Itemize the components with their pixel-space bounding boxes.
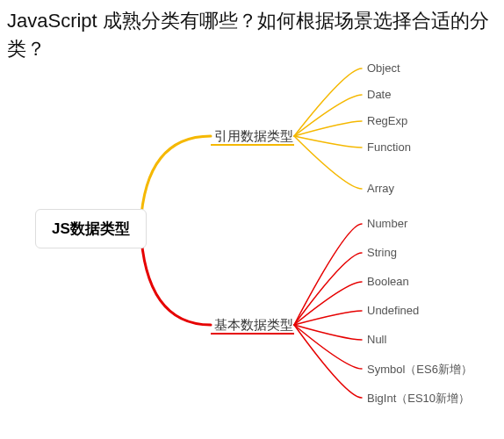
leaf-string: String xyxy=(367,246,397,259)
leaf-function: Function xyxy=(367,140,411,154)
leaf-boolean: Boolean xyxy=(367,275,409,288)
mindmap-diagram: JS数据类型 引用数据类型 基本数据类型 Object Date RegExp … xyxy=(0,53,504,439)
root-node: JS数据类型 xyxy=(35,209,147,248)
leaf-undefined: Undefined xyxy=(367,304,419,317)
leaf-date: Date xyxy=(367,88,391,101)
leaf-number: Number xyxy=(367,217,407,230)
leaf-bigint: BigInt（ES10新增） xyxy=(367,391,470,407)
branch-primitive-label: 基本数据类型 xyxy=(214,317,293,334)
leaf-null: Null xyxy=(367,333,386,346)
leaf-array: Array xyxy=(367,182,394,195)
branch-reference-label: 引用数据类型 xyxy=(214,128,293,145)
leaf-regexp: RegExp xyxy=(367,114,407,127)
leaf-object: Object xyxy=(367,61,400,75)
leaf-symbol: Symbol（ES6新增） xyxy=(367,362,472,378)
